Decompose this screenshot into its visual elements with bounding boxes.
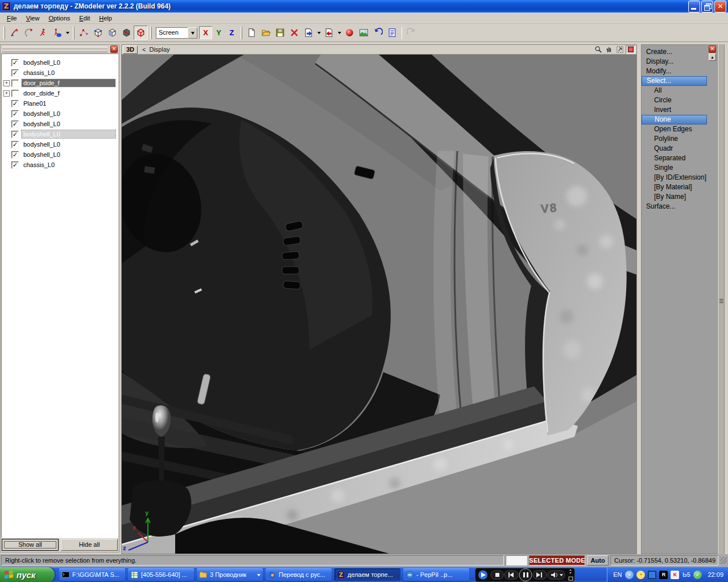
tree-item[interactable]: +door_pside_f [2, 78, 118, 88]
chevron-down-icon[interactable] [316, 26, 322, 40]
command-by-material[interactable]: [By Material] [642, 182, 707, 192]
tree-item[interactable]: ✓bodyshell_L0 [2, 109, 118, 119]
menu-options[interactable]: Options [44, 14, 75, 23]
delete-button[interactable] [287, 26, 301, 40]
import-button[interactable] [301, 26, 316, 40]
command-polyline[interactable]: Polyline [642, 134, 707, 144]
log-button[interactable] [385, 26, 399, 40]
edges-level-button[interactable] [91, 26, 105, 40]
vertices-level-button[interactable] [77, 26, 91, 40]
texture-button[interactable] [357, 26, 371, 40]
command-quadr[interactable]: Quadr [642, 144, 707, 153]
rivatuner-icon[interactable]: R [659, 571, 668, 579]
kaspersky-icon[interactable]: K [671, 571, 679, 579]
tree-item[interactable]: ✓bodyshell_L0 [2, 149, 118, 160]
taskbar-task[interactable]: 3 Проводник [197, 568, 263, 581]
visibility-checkbox[interactable]: ✓ [11, 120, 19, 128]
flower-icon[interactable]: • [636, 571, 645, 579]
taskbar-task[interactable]: [405-556-640] ... [128, 568, 194, 581]
viewport-back-button[interactable]: < [142, 46, 146, 53]
view-mode-combo[interactable]: Screen [156, 27, 197, 39]
player-logo-icon[interactable] [478, 570, 487, 579]
splitter-grip-icon[interactable] [719, 298, 723, 304]
tree-item[interactable]: ✓bodyshell_L0 [2, 139, 118, 149]
resize-grip-icon[interactable] [720, 557, 727, 564]
command-single[interactable]: Single [642, 163, 707, 173]
visibility-checkbox[interactable] [11, 80, 19, 87]
command-none[interactable]: None [642, 115, 707, 124]
taskbar-task[interactable]: - PepPiI ..p... [403, 568, 469, 581]
tray-clock[interactable]: 22:09 [708, 571, 723, 578]
tree-item[interactable]: ✓bodyshell_L0 [2, 129, 118, 139]
back-circle-icon[interactable]: ‹ [625, 571, 634, 579]
axis-x-button[interactable]: X [199, 26, 212, 39]
visibility-checkbox[interactable]: ✓ [11, 100, 19, 107]
tree-item[interactable]: ✓Plane01 [2, 98, 118, 109]
command-select[interactable]: Select... [642, 76, 707, 86]
chevron-down-icon[interactable] [188, 27, 197, 39]
next-button[interactable] [533, 571, 547, 579]
tree-item[interactable]: ✓chassis_L0 [2, 68, 118, 78]
command-circle[interactable]: Circle [642, 95, 707, 105]
panel-splitter[interactable] [718, 44, 725, 554]
hide-all-button[interactable]: Hide all [61, 539, 118, 551]
toolbar-grip-icon[interactable] [150, 27, 152, 39]
active-viewport-icon[interactable] [626, 45, 635, 54]
chevron-down-icon[interactable] [64, 26, 71, 40]
language-indicator[interactable]: EN [613, 571, 622, 578]
select-rotate-button[interactable] [22, 26, 36, 40]
command-by-name[interactable]: [By Name] [642, 192, 707, 202]
pan-tool-icon[interactable] [604, 45, 614, 54]
open-file-button[interactable] [259, 26, 273, 40]
figure-mode-button[interactable] [36, 26, 50, 40]
menu-view[interactable]: View [22, 14, 44, 23]
restore-button[interactable] [701, 1, 713, 13]
command-all[interactable]: All [642, 86, 707, 95]
prev-button[interactable] [504, 571, 518, 579]
save-file-button[interactable] [273, 26, 287, 40]
viewport-canvas[interactable]: V8 y x z [122, 55, 636, 554]
panel-close-icon[interactable]: ✕ [709, 45, 716, 53]
command-surface[interactable]: Surface... [642, 202, 707, 211]
toolbar-grip-icon[interactable] [241, 27, 242, 39]
export-button[interactable] [322, 26, 336, 40]
command-display[interactable]: Display... [642, 57, 707, 66]
minimize-button[interactable] [688, 1, 700, 13]
auto-button[interactable]: Auto [587, 555, 609, 566]
green-check-icon[interactable]: ✓ [693, 571, 702, 579]
visibility-checkbox[interactable]: ✓ [11, 131, 19, 138]
redo-button[interactable] [404, 26, 419, 40]
toolbar-grip-icon[interactable] [73, 27, 75, 39]
visibility-checkbox[interactable]: ✓ [11, 110, 19, 118]
menu-help[interactable]: Help [94, 14, 117, 23]
command-invert[interactable]: Invert [642, 105, 707, 115]
command-create[interactable]: Create... [642, 47, 707, 57]
display-icon[interactable] [648, 571, 656, 579]
zoom-tool-icon[interactable] [593, 45, 603, 54]
stop-button[interactable] [491, 571, 503, 579]
tree-item[interactable]: ✓bodyshell_L0 [2, 119, 118, 129]
surfaces-level-button[interactable] [119, 26, 134, 40]
figure-tools-button[interactable] [50, 26, 64, 40]
visibility-checkbox[interactable]: ✓ [11, 59, 19, 66]
objects-level-button[interactable] [134, 26, 148, 40]
axis-y-button[interactable]: Y [212, 26, 225, 39]
toolbar-grip-icon[interactable] [3, 27, 5, 39]
visibility-checkbox[interactable] [11, 90, 19, 97]
taskbar-task[interactable]: F:\GGG\MTA S... [59, 568, 125, 581]
scene-tree-panel-header[interactable]: ✕ [1, 45, 119, 53]
tree-item[interactable]: ✓bodyshell_L0 [2, 57, 118, 68]
fit-view-icon[interactable] [615, 45, 624, 54]
viewport-mode-button[interactable]: 3D [123, 45, 138, 54]
new-file-button[interactable] [245, 26, 259, 40]
command-by-id-extension[interactable]: [By ID/Extension] [642, 173, 707, 182]
tree-item[interactable]: +door_dside_f [2, 88, 118, 98]
taskbar-task[interactable]: Zделаем торпе... [334, 568, 400, 581]
volume-button[interactable] [548, 571, 565, 579]
visibility-checkbox[interactable]: ✓ [11, 141, 19, 148]
visibility-checkbox[interactable]: ✓ [11, 161, 19, 169]
material-editor-button[interactable] [342, 26, 357, 40]
scroll-up-icon[interactable]: ▲ [709, 53, 716, 61]
expand-icon[interactable]: + [3, 90, 10, 97]
undo-button[interactable] [371, 26, 385, 40]
